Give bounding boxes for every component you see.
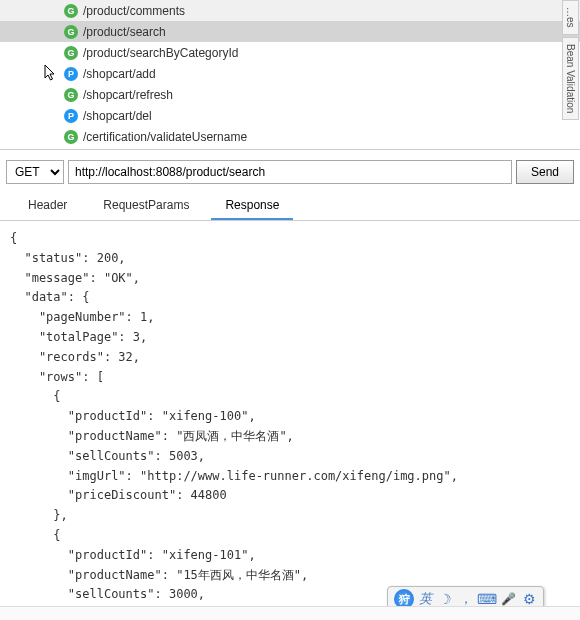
endpoint-path: /product/searchByCategoryId [83, 46, 238, 60]
get-badge-icon: G [64, 4, 78, 18]
tab-request-params[interactable]: RequestParams [89, 192, 203, 220]
get-badge-icon: G [64, 25, 78, 39]
side-tab-bean-validation[interactable]: Bean Validation [562, 37, 579, 120]
side-tab-a[interactable]: …es [562, 0, 579, 35]
endpoint-path: /shopcart/refresh [83, 88, 173, 102]
tabs-bar: Header RequestParams Response [0, 192, 580, 221]
moon-icon[interactable]: ☽ [437, 591, 453, 607]
endpoint-path: /product/search [83, 25, 166, 39]
endpoint-row[interactable]: G/product/comments [0, 0, 580, 21]
endpoint-row[interactable]: G/shopcart/refresh [0, 84, 580, 105]
endpoint-row[interactable]: G/product/search [0, 21, 580, 42]
keyboard-icon[interactable]: ⌨ [479, 591, 495, 607]
endpoint-path: /product/comments [83, 4, 185, 18]
gear-icon[interactable]: ⚙ [521, 591, 537, 607]
endpoint-row[interactable]: G/product/searchByCategoryId [0, 42, 580, 63]
request-bar: GET Send [6, 160, 574, 184]
get-badge-icon: G [64, 130, 78, 144]
punctuation-icon[interactable]: ， [458, 591, 474, 607]
endpoint-row[interactable]: P/shopcart/del [0, 105, 580, 126]
post-badge-icon: P [64, 109, 78, 123]
mic-icon[interactable]: 🎤 [500, 591, 516, 607]
tab-header[interactable]: Header [14, 192, 81, 220]
get-badge-icon: G [64, 88, 78, 102]
url-input[interactable] [68, 160, 512, 184]
endpoint-row[interactable]: P/shopcart/add [0, 63, 580, 84]
send-button[interactable]: Send [516, 160, 574, 184]
endpoints-tree: G/product/commentsG/product/searchG/prod… [0, 0, 580, 150]
status-bar [0, 606, 580, 620]
get-badge-icon: G [64, 46, 78, 60]
endpoint-path: /shopcart/del [83, 109, 152, 123]
endpoint-path: /shopcart/add [83, 67, 156, 81]
right-side-tabs: …es Bean Validation [562, 0, 580, 122]
endpoint-path: /certification/validateUsername [83, 130, 247, 144]
response-body[interactable]: { "status": 200, "message": "OK", "data"… [0, 221, 580, 601]
endpoint-row[interactable]: G/certification/validateUsername [0, 126, 580, 147]
tab-response[interactable]: Response [211, 192, 293, 220]
http-method-select[interactable]: GET [6, 160, 64, 184]
post-badge-icon: P [64, 67, 78, 81]
